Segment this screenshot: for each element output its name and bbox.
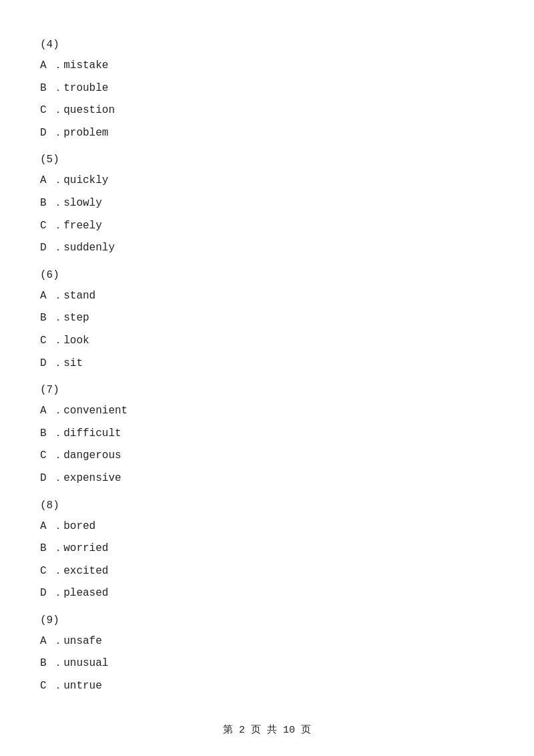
option-0-2: C ．question (40, 102, 494, 120)
option-2-0: A ．stand (40, 288, 494, 305)
option-1-0: A ．quickly (40, 172, 494, 190)
footer-text: 第 2 页 共 10 页 (223, 725, 311, 736)
option-4-0: A ．bored (40, 518, 494, 536)
option-1-1: B ．slowly (40, 195, 494, 212)
option-3-0: A ．convenient (40, 403, 494, 420)
question-number-3: (7) (40, 384, 494, 396)
option-5-2: C ．untrue (40, 678, 494, 695)
option-2-1: B ．step (40, 310, 494, 327)
question-number-2: (6) (40, 269, 494, 281)
page-footer: 第 2 页 共 10 页 (0, 723, 534, 736)
option-3-2: C ．dangerous (40, 447, 494, 465)
option-4-1: B ．worried (40, 540, 494, 558)
option-4-3: D ．pleased (40, 585, 494, 602)
page-content: (4)A ．mistakeB ．troubleC ．questionD ．pro… (0, 0, 534, 741)
option-1-2: C ．freely (40, 218, 494, 235)
question-number-1: (5) (40, 154, 494, 166)
option-2-3: D ．sit (40, 355, 494, 373)
question-number-0: (4) (40, 39, 494, 51)
option-5-1: B ．unusual (40, 655, 494, 673)
question-number-5: (9) (40, 614, 494, 626)
option-0-0: A ．mistake (40, 57, 494, 75)
option-3-1: B ．difficult (40, 425, 494, 443)
option-3-3: D ．expensive (40, 470, 494, 488)
option-2-2: C ．look (40, 333, 494, 350)
option-0-1: B ．trouble (40, 80, 494, 98)
question-number-4: (8) (40, 500, 494, 512)
option-0-3: D ．problem (40, 125, 494, 142)
option-4-2: C ．excited (40, 563, 494, 580)
option-1-3: D ．suddenly (40, 240, 494, 257)
option-5-0: A ．unsafe (40, 633, 494, 650)
